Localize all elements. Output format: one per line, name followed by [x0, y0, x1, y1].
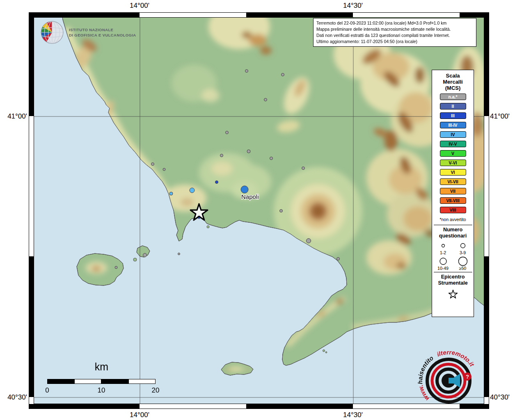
ingv-name-line1: ISTITUTO NAZIONALE — [69, 27, 136, 32]
frame-corner — [29, 12, 34, 17]
legend-swatch-V: V — [440, 150, 466, 157]
scale-bar-segment — [47, 379, 74, 384]
frame-segment — [246, 12, 353, 17]
frame-corner — [484, 12, 489, 17]
legend-title: Scala Mercalli (MCS) — [443, 73, 462, 91]
questionnaire-class-1-2: 1-2 — [433, 241, 453, 255]
legend-swatch-VII-VIII: VII-VIII — [440, 197, 466, 204]
axis-label-left-south: 40°30' — [1, 393, 27, 402]
scale-bar-unit: km — [78, 361, 125, 373]
legend-swatch-VIII: VIII — [440, 207, 466, 213]
ingv-logo: ISTITUTO NAZIONALE DI GEOFISICA E VULCAN… — [40, 21, 136, 44]
scale-bar-tick-20: 20 — [147, 386, 164, 395]
scale-bar-segment — [128, 379, 156, 384]
info-line-map-type: Mappa preliminare delle intensità macros… — [316, 26, 473, 32]
info-line-event: Terremoto del 22-09-2023 11:02:00 (ora l… — [316, 20, 473, 26]
scale-bar-tick-10: 10 — [93, 386, 110, 395]
ingv-globe-icon — [40, 21, 64, 44]
legend-title-line2: Mercalli — [443, 79, 462, 85]
frame-segment — [460, 12, 484, 17]
seismic-intensity-map: Napoli 14°00' 14°30' 14°00' 14°30' 41°00… — [0, 0, 515, 420]
quest-title-line2: questionari — [439, 233, 467, 239]
scale-bar-segment — [101, 379, 128, 384]
questionnaire-class-3-9: 3-9 — [453, 241, 473, 255]
epicenter-legend-title: Epicentro Strumentale — [438, 274, 467, 286]
legend-swatch-VI-VII: VI-VII — [440, 178, 466, 185]
questionnaire-size-legend: 1-23-910-49≥50 — [433, 241, 473, 271]
questionnaire-class-10-49: 10-49 — [433, 256, 453, 271]
axis-label-right-south: 40°30' — [490, 393, 515, 402]
scale-bar: km 0 10 20 — [41, 361, 164, 402]
quest-title-line1: Numero — [439, 227, 467, 233]
legend-swatch-IV-V: IV-V — [440, 141, 466, 147]
legend-title-line1: Scala — [443, 73, 462, 79]
frame-segment — [29, 17, 34, 116]
scale-bar-segment — [74, 379, 101, 384]
frame-segment — [34, 404, 140, 409]
frame-corner — [29, 404, 34, 409]
legend-swatch-V-VI: V-VI — [440, 160, 466, 166]
legend-swatch-II: II — [440, 103, 466, 110]
epicenter-title-line2: Strumentale — [438, 280, 467, 286]
info-line-data-note: Dati non verificati estratti da 123 ques… — [316, 32, 473, 39]
ingv-name-line2: DI GEOFISICA E VULCANOLOGIA — [69, 32, 136, 38]
legend-swatch-III: III — [440, 112, 466, 119]
scale-bar-tick-0: 0 — [39, 386, 55, 395]
legend-swatch-VII: VII — [440, 188, 466, 194]
legend-swatch-IV: IV — [440, 131, 466, 138]
frame-segment — [484, 17, 489, 116]
question-mark: ? — [466, 374, 469, 380]
haisentitoilterremoto-logo: ? www. haisentito ilterremoto.it — [412, 344, 485, 418]
event-info-box: Terremoto del 22-09-2023 11:02:00 (ora l… — [313, 18, 476, 47]
axis-label-right-north: 41°00' — [490, 112, 515, 121]
frame-segment — [29, 256, 34, 397]
mcs-scale-list: n.a.*IIIIIIII-IVIVIV-VVV-VIVIVI-VIIVIIVI… — [440, 94, 466, 216]
legend-swatch-VI: VI — [440, 169, 466, 176]
axis-label-left-north: 41°00' — [1, 112, 27, 121]
legend-divider — [434, 272, 472, 272]
legend-panel: Scala Mercalli (MCS) n.a.*IIIIIIII-IVIVI… — [432, 70, 474, 317]
epicenter-star-icon — [448, 289, 458, 299]
legend-title-line3: (MCS) — [443, 85, 462, 91]
legend-footnote: *non avvertito — [439, 217, 466, 222]
questionnaire-legend-title: Numero questionari — [439, 227, 467, 239]
axis-label-top-west: 14°00' — [123, 2, 156, 10]
legend-swatch-na: n.a.* — [440, 94, 466, 100]
frame-segment — [246, 404, 353, 409]
axis-label-top-east: 14°30' — [336, 2, 369, 10]
legend-swatch-III-IV: III-IV — [440, 122, 466, 128]
legend-divider — [434, 225, 472, 225]
axis-label-bottom-west: 14°00' — [123, 411, 156, 419]
questionnaire-class-≥50: ≥50 — [453, 256, 473, 271]
info-line-updated: Ultimo aggiornamento: 11-07-2025 04:50 (… — [316, 39, 473, 45]
frame-segment — [34, 12, 140, 17]
epicenter-title-line1: Epicentro — [438, 274, 467, 280]
axis-label-bottom-east: 14°30' — [336, 411, 369, 419]
